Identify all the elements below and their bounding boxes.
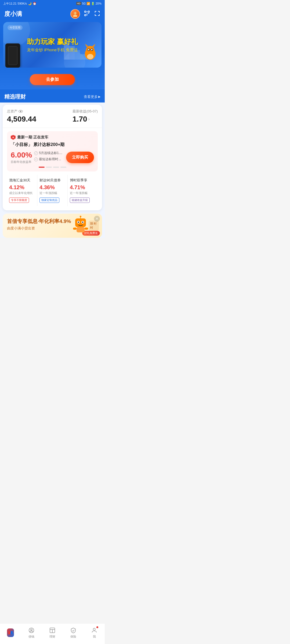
assets-right: 最新收益(05-07) 1.70 › [73, 109, 98, 123]
svg-marker-16 [85, 44, 88, 47]
svg-point-25 [90, 51, 91, 52]
loan-mascot-svg [73, 216, 89, 233]
product-2-label: 近一年涨跌幅 [39, 191, 65, 195]
product-rate-section: 6.00% 目标年化收益率 [11, 151, 32, 164]
product-3-tag: 稳健收益升级 [70, 197, 90, 203]
status-bar: 上午11:21 590K/s 🌙 ⏰ HD 5G 📶 🔋 20% [0, 0, 105, 7]
total-assets-label: 总资产 [7, 109, 36, 114]
battery-icon: 🔋 [91, 2, 95, 5]
banner-badge: 今空至用 [8, 25, 23, 30]
product-3-rate: 4.71% [70, 184, 96, 191]
main-finance-card: 总资产 4,509.44 最新收益(05-07) 1.70 › [3, 105, 102, 210]
signal-icon: 📶 [86, 2, 90, 5]
product-item-1[interactable]: 渤海汇金30天 4.12% 成立以来年化增长 专享不限额度 [7, 175, 37, 206]
product-item-2[interactable]: 财达90天债券 4.36% 近一年涨跌幅 独家定制优品 [37, 175, 68, 206]
time-limit-badge: 限时时 [89, 221, 99, 231]
product-item-3[interactable]: 博时双季享 4.71% 近一年涨跌幅 稳健收益升级 [68, 175, 98, 206]
eye-icon[interactable] [19, 110, 23, 113]
buy-now-button[interactable]: 立即购买 [66, 152, 94, 163]
svg-point-3 [76, 13, 76, 13]
product-3-name: 博时双季享 [70, 178, 96, 183]
svg-point-21 [92, 50, 93, 50]
banner-section: 今空至用 助力玩家 赢好礼 龙年金钞 iPhone手机 免费送 [0, 22, 105, 89]
svg-rect-36 [85, 228, 88, 230]
rate-label: 目标年化收益率 [11, 160, 32, 164]
alarm-icon: ⏰ [33, 2, 37, 5]
svg-marker-17 [92, 44, 95, 47]
scan-icon [84, 10, 90, 17]
svg-point-32 [78, 222, 79, 223]
battery-percent: 20% [96, 2, 102, 5]
status-left: 上午11:21 590K/s 🌙 ⏰ [3, 2, 37, 6]
banner-badge-text: 今空至用 [10, 26, 20, 29]
banner-title: 助力玩家 赢好礼 [27, 37, 78, 46]
svg-rect-6 [85, 14, 86, 16]
banner-card: 今空至用 助力玩家 赢好礼 龙年金钞 iPhone手机 免费送 [3, 22, 102, 68]
income-arrow[interactable]: › [88, 117, 90, 122]
product-1-label: 成立以来年化增长 [9, 191, 35, 195]
svg-point-2 [74, 13, 75, 13]
svg-rect-4 [85, 11, 86, 12]
check-item-1: ✓ 5月连续达标1.... [34, 151, 66, 155]
assets-row: 总资产 4,509.44 最新收益(05-07) 1.70 › [7, 109, 98, 123]
finance-more-btn[interactable]: 查看更多 ▶ [84, 94, 100, 99]
income-label: 最新收益(05-07) [73, 109, 98, 114]
income-label-text: 最新收益(05-07) [73, 109, 98, 114]
check-text-2: 最短达标用时... [39, 157, 61, 162]
income-row: 1.70 › [73, 114, 98, 123]
product-rate: 6.00% [11, 151, 32, 159]
product-checks: ✓ 5月连续达标1.... ✓ 最短达标用时... [32, 151, 66, 163]
assets-left: 总资产 4,509.44 [7, 109, 36, 123]
svg-point-28 [80, 216, 81, 217]
dot-3 [53, 167, 59, 168]
product-1-rate: 4.12% [9, 184, 35, 191]
finance-section-header: 精选理财 查看更多 ▶ [0, 89, 105, 103]
fullscreen-button[interactable] [94, 10, 100, 18]
loan-mascot [73, 216, 89, 233]
featured-product-card[interactable]: ★ 最新一期 正在发车 「小目标」 累计达标200+期 6.00% 目标年化收益… [7, 131, 98, 171]
app-logo: 度小满 [4, 10, 22, 18]
avatar[interactable] [70, 9, 80, 19]
svg-point-15 [86, 46, 95, 54]
status-time: 上午11:21 [3, 2, 17, 6]
shield-badge-icon: ★ [11, 135, 16, 140]
product-1-tag: 专享不限额度 [9, 197, 29, 203]
product-3-label: 近一年涨跌幅 [70, 191, 96, 195]
status-speed: 590K/s [18, 2, 27, 5]
product-name: 「小目标」 累计达标200+期 [11, 142, 94, 148]
divider [3, 128, 102, 128]
hd-icon: HD [76, 2, 81, 5]
product-badge-text: 最新一期 正在发车 [17, 135, 48, 140]
chevron-right-icon: ▶ [98, 95, 100, 98]
cat-mascot [83, 43, 98, 60]
product-1-name: 渤海汇金30天 [9, 178, 35, 183]
participate-button[interactable]: 去参加 [30, 74, 75, 85]
svg-point-0 [74, 12, 77, 14]
avatar-icon [72, 11, 78, 17]
svg-rect-35 [73, 228, 77, 230]
header-icons [70, 9, 100, 19]
network-5g: 5G [82, 2, 86, 5]
banner-btn-container: 去参加 [0, 71, 105, 85]
fullscreen-icon [94, 10, 100, 17]
close-loan-button[interactable]: ✕ [94, 216, 100, 222]
carousel-dots [11, 167, 94, 168]
svg-rect-34 [77, 227, 85, 232]
svg-point-33 [82, 222, 84, 223]
total-label-text: 总资产 [7, 109, 17, 114]
time-limit-text: 限时 [90, 222, 97, 225]
dot-1 [39, 167, 45, 168]
banner-subtitle-pre: 龙年金钞 iPhone手机 [27, 47, 65, 52]
finance-content-bg: 总资产 4,509.44 最新收益(05-07) 1.70 › [0, 103, 105, 238]
finance-title: 精选理财 [4, 93, 26, 100]
scan-button[interactable] [84, 10, 90, 18]
check-text-1: 5月连续达标1.... [39, 151, 62, 155]
svg-point-26 [87, 54, 93, 59]
product-badge-row: ★ 最新一期 正在发车 [11, 135, 94, 140]
check-icon-1: ✓ [34, 151, 38, 155]
status-right: HD 5G 📶 🔋 20% [76, 2, 102, 5]
loan-banner[interactable]: ✕ 首借专享低息·年化利率4.9% 由度小满小贷出资 [3, 214, 102, 238]
product-2-tag: 独家定制优品 [39, 197, 59, 203]
cat-mascot-svg [83, 43, 98, 60]
total-assets-value: 4,509.44 [7, 115, 36, 123]
